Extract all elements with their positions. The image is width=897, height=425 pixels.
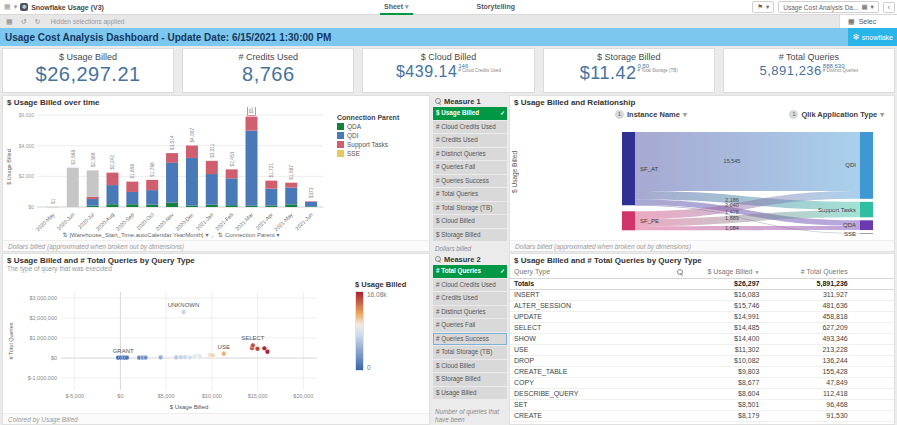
bar-segment-Support Tasks[interactable] (285, 183, 297, 188)
scatter-point[interactable] (174, 355, 179, 360)
filter-item[interactable]: $ Storage Billed (433, 229, 507, 242)
bar-segment-QDA[interactable] (166, 203, 178, 207)
filter-item[interactable]: # Queries Success (433, 333, 507, 346)
sankey-plot[interactable]: 15,5452,1861,4782,0401,8891,084SF_ATSF_P… (522, 128, 894, 240)
selections-forward-icon[interactable]: ↻ (35, 18, 41, 26)
app-title[interactable]: Snowflake Usage (V3) (31, 4, 104, 11)
filter-item[interactable]: # Total Storage (TB) (433, 202, 507, 215)
column-search-icon[interactable] (677, 269, 683, 275)
table-row[interactable]: USE$11,302213,228 (510, 344, 894, 355)
table-row[interactable]: COPY$8,67747,849 (510, 377, 894, 388)
global-menu-icon[interactable]: ▦ (4, 3, 11, 11)
selections-back-icon[interactable]: ↺ (21, 18, 27, 26)
bar-segment-QDI[interactable] (265, 189, 277, 206)
sankey-node-QDI[interactable] (860, 132, 873, 199)
table-totals-row[interactable]: Totals$26,2975,891,236 (510, 278, 894, 289)
bar-segment-Support Tasks[interactable] (265, 181, 277, 189)
selections-tool[interactable]: ▦ Selec (839, 15, 897, 28)
kpi-card-2[interactable]: $ Cloud Billed$439.14146# Cloud Credits … (362, 48, 534, 93)
sankey-node-SF_PE[interactable] (622, 211, 635, 230)
bar-segment-QDI[interactable] (285, 188, 297, 205)
scatter-point[interactable] (183, 355, 188, 360)
bar-segment-QDA[interactable] (226, 205, 238, 207)
bar-segment-Support Tasks[interactable] (126, 182, 138, 192)
filter-item[interactable]: # Queries Fail (433, 161, 507, 174)
filter-item[interactable]: $ Usage Billed (433, 387, 507, 400)
table-row[interactable]: DROP$10,082136,244 (510, 355, 894, 366)
legend-item-QDI[interactable]: QDI (337, 132, 425, 139)
filter-item[interactable]: # Total Storage (TB) (433, 346, 507, 359)
global-menu-caret-icon[interactable]: ▾ (14, 3, 18, 11)
bar-segment-Support Tasks[interactable] (206, 161, 218, 174)
bar-segment-QDI[interactable] (226, 178, 238, 205)
bar-segment-QDA[interactable] (146, 205, 158, 207)
sankey-node-SF_AT[interactable] (622, 132, 635, 205)
filter-item[interactable]: # Credits Used (433, 134, 507, 147)
scatter-plot[interactable]: $-5,000$0$5,000$10,000$15,000$20,000$-1,… (3, 276, 343, 414)
bar-segment-QDI[interactable] (87, 199, 99, 206)
table-row[interactable]: SELECT$14,485627,209 (510, 322, 894, 333)
kpi-card-4[interactable]: # Total Queries5,891,236888,630# Distinc… (723, 48, 895, 93)
bar-segment-QDA[interactable] (107, 204, 119, 207)
legend-item-Support Tasks[interactable]: Support Tasks (337, 141, 425, 148)
table-row[interactable]: UPDATE$14,991458,818 (510, 311, 894, 322)
bar-segment-QDA[interactable] (246, 206, 258, 207)
bar-segment-QDI[interactable] (107, 185, 119, 204)
bar-segment-QDI[interactable] (166, 163, 178, 203)
table-row[interactable]: SHOW$14,400493,346 (510, 333, 894, 344)
dimension-chip-connection-parent[interactable]: ⇅ Connection Parent ▾ (218, 231, 280, 238)
scatter-point[interactable] (210, 353, 215, 358)
filter-item[interactable]: # Distinct Queries (433, 306, 507, 319)
filter-item[interactable]: $ Cloud Billed (433, 360, 507, 373)
kpi-card-3[interactable]: $ Storage Billed$11.420.50# Total Storag… (543, 48, 715, 93)
kpi-card-1[interactable]: # Credits Used8,766 (182, 48, 354, 93)
bar-segment-Support Tasks[interactable] (246, 117, 258, 131)
scatter-point[interactable] (124, 355, 129, 360)
table-row[interactable]: DESCRIBE_QUERY$8,604112,418 (510, 388, 894, 399)
bar-segment-unselected[interactable] (67, 168, 79, 207)
scatter-point[interactable] (265, 349, 270, 354)
bar-segment-QDI[interactable] (126, 192, 138, 204)
scatter-point[interactable] (143, 355, 148, 360)
bookmarks-button[interactable]: ⚑ ▾ (752, 1, 774, 13)
scatter-point[interactable] (255, 346, 260, 351)
sankey-node-QDA[interactable] (860, 220, 873, 230)
filter-item[interactable]: # Total Queries (433, 188, 507, 201)
bar-segment-QDI[interactable] (186, 158, 198, 206)
qlik-application-type-dimension-button[interactable]: 1 Qlik Application Type ▾ (789, 110, 884, 119)
sankey-flow-SF_PE-QDA[interactable] (635, 226, 860, 230)
search-icon[interactable] (435, 98, 441, 104)
sheet-selector[interactable]: Usage Cost Analysis Da... ▦ ▾ (778, 1, 879, 13)
filter-item[interactable]: # Queries Fail (433, 319, 507, 332)
scatter-point[interactable] (188, 355, 193, 360)
tab-storytelling[interactable]: Storytelling (473, 1, 520, 13)
bar-segment-Support Tasks[interactable] (166, 153, 178, 163)
filter-item[interactable]: # Total Queries✓ (433, 265, 507, 278)
scatter-point[interactable] (158, 355, 163, 360)
previous-sheet-button[interactable]: ‹ (883, 2, 895, 13)
filter-item[interactable]: # Distinct Queries (433, 148, 507, 161)
bar-segment-QDA[interactable] (186, 205, 198, 207)
filter-item[interactable]: $ Storage Billed (433, 373, 507, 386)
filter-item[interactable]: # Cloud Credits Used (433, 121, 507, 134)
filter-item[interactable]: # Queries Success (433, 175, 507, 188)
bar-segment-Support Tasks[interactable] (87, 197, 99, 199)
table-row[interactable]: CREATE_TABLE$9,803155,428 (510, 366, 894, 377)
bar-segment-Support Tasks[interactable] (186, 146, 198, 158)
filter-item[interactable]: # Cloud Credits Used (433, 279, 507, 292)
column-total-queries[interactable]: # Total Queries (763, 266, 851, 278)
filter-item[interactable]: $ Usage Billed✓ (433, 107, 507, 120)
bar-segment-Support Tasks[interactable] (226, 169, 238, 178)
bar-segment-QDA[interactable] (206, 205, 218, 207)
dimension-chip-yearmonth[interactable]: ⇅ [Warehouse_Start_Time.autoCalendar.Yea… (62, 231, 208, 238)
sankey-node-SSE[interactable] (860, 233, 873, 234)
selections-grid-icon[interactable]: ▦ (6, 18, 13, 26)
bar-segment-QDA[interactable] (285, 204, 297, 207)
table-row[interactable]: CREATE$8,17991,530 (510, 410, 894, 421)
legend-item-SSE[interactable]: SSE (337, 150, 425, 157)
scatter-point[interactable] (197, 355, 202, 360)
filter-item[interactable]: # Credits Used (433, 292, 507, 305)
instance-name-dimension-button[interactable]: 1 Instance Name ▾ (615, 110, 687, 119)
bar-segment-QDA[interactable] (126, 204, 138, 207)
bar-segment-QDI[interactable] (146, 190, 158, 205)
